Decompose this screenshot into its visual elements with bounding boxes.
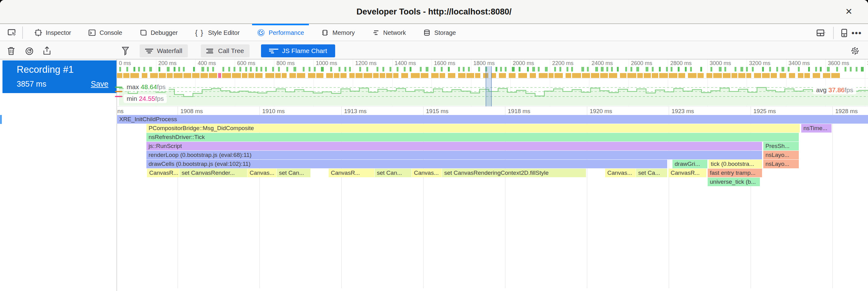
flame-segment[interactable]: set Ca... — [636, 169, 667, 177]
flame-segment[interactable]: nsLayo... — [763, 160, 799, 168]
frame-tick — [532, 67, 535, 72]
flame-segment[interactable]: Canvas... — [411, 169, 442, 177]
record-button[interactable] — [23, 44, 36, 57]
frame-tick — [527, 67, 529, 72]
flame-segment[interactable]: XRE_InitChildProcess — [117, 115, 868, 123]
frame-tick — [349, 67, 351, 72]
view-call-tree-button[interactable]: Call Tree — [201, 44, 250, 57]
overview-ruler-label: 3000 ms — [710, 60, 731, 67]
overview-ruler-label: 1400 ms — [395, 60, 416, 67]
paint-marker — [591, 73, 599, 78]
overview-ruler-label: 800 ms — [276, 60, 295, 67]
settings-button[interactable] — [848, 44, 862, 57]
frame-tick — [359, 67, 361, 72]
flame-segment[interactable]: fast entry tramp... — [707, 169, 762, 177]
tab-debugger[interactable]: Debugger — [135, 24, 183, 41]
overview-ruler-label: 1000 ms — [316, 60, 337, 67]
detail-ruler-label: 1920 ms — [590, 108, 612, 115]
detail-ruler-label: 1923 ms — [672, 108, 694, 115]
tab-storage[interactable]: Storage — [418, 24, 461, 41]
clear-recordings-button[interactable] — [4, 44, 18, 57]
flame-segment[interactable]: drawCells (0.bootstrap.js (eval:102):11) — [146, 160, 667, 168]
tab-network[interactable]: Network — [367, 24, 411, 41]
save-recording-link[interactable]: Save — [91, 79, 108, 88]
paint-marker — [316, 73, 323, 78]
paint-marker — [289, 73, 296, 78]
fps-area-fill — [119, 87, 868, 106]
frame-tick — [781, 67, 784, 72]
flame-segment[interactable]: Canvas... — [605, 169, 636, 177]
overview-gridline — [510, 60, 510, 106]
frame-tick — [286, 67, 288, 72]
detail-ruler-label: 1908 ms — [180, 108, 203, 115]
flame-segment[interactable]: nsRefreshDriver::Tick — [146, 133, 799, 142]
fps-step-line — [119, 87, 868, 97]
frame-tick — [630, 67, 632, 72]
flame-segment[interactable]: set CanvasRenderingContext2D.fillStyle — [442, 169, 586, 177]
import-recording-button[interactable] — [40, 44, 54, 57]
meatball-menu-button[interactable]: ••• — [851, 28, 862, 38]
paint-marker — [688, 73, 696, 78]
overview-selection-range[interactable] — [486, 66, 492, 106]
recording-list-item[interactable]: Recording #1 3857 ms Save — [2, 61, 117, 93]
frame-tick — [836, 67, 838, 72]
frame-tick — [808, 67, 810, 72]
paint-marker — [248, 73, 254, 78]
paint-marker — [282, 73, 287, 78]
flame-segment[interactable]: nsLayo... — [763, 151, 799, 159]
frame-tick — [303, 67, 305, 72]
paint-marker — [431, 73, 439, 78]
frame-tick — [762, 67, 764, 72]
tab-inspector[interactable]: Inspector — [30, 24, 76, 41]
overview-divider — [117, 78, 868, 79]
tab-label: Inspector — [46, 29, 71, 36]
flame-segment[interactable]: tick (0.bootstra... — [708, 160, 762, 168]
flame-segment[interactable]: nsTime... — [801, 124, 832, 133]
flame-segment[interactable]: universe_tick (b... — [707, 178, 760, 186]
flame-segment[interactable]: Canvas... — [247, 169, 276, 177]
view-waterfall-button[interactable]: Waterfall — [140, 44, 188, 57]
frame-tick — [666, 67, 668, 72]
overview-gridline — [313, 60, 314, 106]
view-js-flame-chart-button[interactable]: JS Flame Chart — [261, 44, 335, 57]
flame-segment[interactable]: js::RunScript — [146, 142, 762, 150]
flame-segment[interactable]: set Can... — [374, 169, 411, 177]
frame-tick — [559, 67, 561, 72]
overview-ruler-label: 600 ms — [237, 60, 255, 67]
frame-tick — [788, 67, 789, 72]
flame-segment[interactable]: set Can... — [276, 169, 310, 177]
trash-icon — [7, 46, 15, 56]
jank-marker — [218, 73, 221, 78]
paint-marker — [192, 73, 199, 78]
paint-marker — [572, 73, 581, 78]
flame-segment[interactable]: drawGri... — [672, 160, 707, 168]
tab-style-editor[interactable]: { } Style Editor — [190, 24, 245, 41]
tab-console[interactable]: Console — [84, 24, 127, 41]
overview-gridline — [432, 60, 432, 106]
flame-segment[interactable]: set CanvasRender... — [179, 169, 247, 177]
frame-tick — [397, 67, 399, 72]
paint-marker — [142, 73, 147, 78]
flame-segment[interactable]: CanvasR... — [147, 169, 179, 177]
responsive-mode-button[interactable] — [841, 29, 847, 37]
flame-segment[interactable]: PCompositorBridge::Msg_DidComposite — [146, 124, 800, 133]
flame-segment[interactable]: renderLoop (0.bootstrap.js (eval:68):11) — [146, 151, 762, 159]
flame-segment[interactable]: CanvasR... — [668, 169, 707, 177]
flame-segment[interactable]: PresSh... — [763, 142, 799, 150]
node-picker-button[interactable] — [6, 27, 19, 39]
tab-performance[interactable]: Performance — [252, 24, 309, 41]
tab-memory[interactable]: Memory — [316, 24, 360, 41]
paint-marker — [458, 73, 466, 78]
frame-tick — [410, 67, 411, 72]
frame-tick — [133, 67, 135, 72]
sidebar-splitter[interactable] — [117, 60, 117, 291]
performance-toolbar: Waterfall Call Tree JS Flame Chart — [0, 42, 868, 60]
filter-button[interactable] — [119, 44, 132, 57]
close-window-button[interactable]: ✕ — [843, 5, 855, 18]
flame-segment[interactable]: CanvasR... — [328, 169, 374, 177]
paint-marker — [349, 73, 354, 78]
recording-title: Recording #1 — [17, 64, 73, 75]
frame-tick — [309, 67, 310, 72]
devtools-window: Developer Tools - http://localhost:8080/… — [0, 0, 868, 291]
dock-side-button[interactable] — [816, 29, 826, 37]
